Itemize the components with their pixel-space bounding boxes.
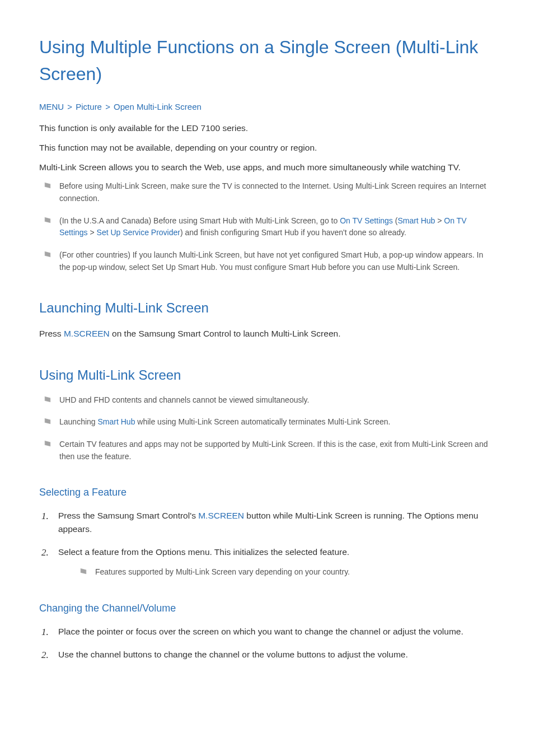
breadcrumb-item: Open Multi-Link Screen [114, 102, 202, 111]
note-icon [44, 440, 51, 447]
using-notes-list: UHD and FHD contents and channels cannot… [39, 394, 495, 463]
note-item: Before using Multi-Link Screen, make sur… [39, 180, 495, 204]
note-item: UHD and FHD contents and channels cannot… [39, 394, 495, 407]
breadcrumb: MENU > Picture > Open Multi-Link Screen [39, 101, 495, 114]
page-title: Using Multiple Functions on a Single Scr… [39, 34, 495, 87]
keyword: Smart Hub [397, 216, 435, 225]
breadcrumb-item: Picture [76, 102, 102, 111]
note-item: Certain TV features and apps may not be … [39, 438, 495, 463]
note-icon [44, 181, 51, 189]
note-item: (For other countries) If you launch Mult… [39, 249, 495, 273]
subsection-heading-selecting: Selecting a Feature [39, 485, 495, 500]
section-heading-using: Using Multi-Link Screen [39, 365, 495, 385]
intro-paragraph: This function is only available for the … [39, 122, 495, 134]
step-item: Select a feature from the Options menu. … [39, 545, 495, 578]
changing-steps-list: Place the pointer or focus over the scre… [39, 625, 495, 661]
note-icon [44, 395, 51, 403]
note-icon [44, 417, 51, 425]
note-icon [44, 250, 51, 258]
note-item: (In the U.S.A and Canada) Before using S… [39, 215, 495, 239]
note-item: Features supported by Multi-Link Screen … [77, 566, 495, 578]
keyword: Smart Hub [98, 417, 135, 426]
step-item: Place the pointer or focus over the scre… [39, 625, 495, 638]
intro-paragraph: This function may not be available, depe… [39, 141, 495, 154]
keyword: M.SCREEN [198, 511, 244, 520]
note-text: UHD and FHD contents and channels cannot… [59, 395, 309, 404]
keyword: Set Up Service Provider [97, 228, 180, 237]
note-icon [44, 216, 51, 224]
selecting-steps-list: Press the Samsung Smart Control's M.SCRE… [39, 509, 495, 578]
section-heading-launching: Launching Multi-Link Screen [39, 298, 495, 318]
note-text: Certain TV features and apps may not be … [59, 440, 488, 461]
subsection-heading-changing: Changing the Channel/Volume [39, 601, 495, 616]
note-text: Before using Multi-Link Screen, make sur… [59, 181, 486, 203]
step-item: Use the channel buttons to change the ch… [39, 648, 495, 661]
launching-paragraph: Press M.SCREEN on the Samsung Smart Cont… [39, 327, 495, 340]
note-text: Features supported by Multi-Link Screen … [95, 567, 350, 576]
keyword: On TV Settings [340, 216, 393, 225]
chevron-right-icon: > [67, 102, 72, 111]
keyword: M.SCREEN [64, 329, 110, 338]
note-text: Launching Smart Hub while using Multi-Li… [59, 417, 390, 426]
breadcrumb-item: MENU [39, 102, 64, 111]
selecting-sub-notes: Features supported by Multi-Link Screen … [77, 566, 495, 578]
note-text: (In the U.S.A and Canada) Before using S… [59, 216, 467, 237]
note-item: Launching Smart Hub while using Multi-Li… [39, 416, 495, 428]
chevron-right-icon: > [105, 102, 110, 111]
intro-paragraph: Multi-Link Screen allows you to search t… [39, 161, 495, 174]
note-icon [79, 567, 87, 575]
note-text: (For other countries) If you launch Mult… [59, 250, 483, 272]
intro-notes-list: Before using Multi-Link Screen, make sur… [39, 180, 495, 273]
step-item: Press the Samsung Smart Control's M.SCRE… [39, 509, 495, 535]
